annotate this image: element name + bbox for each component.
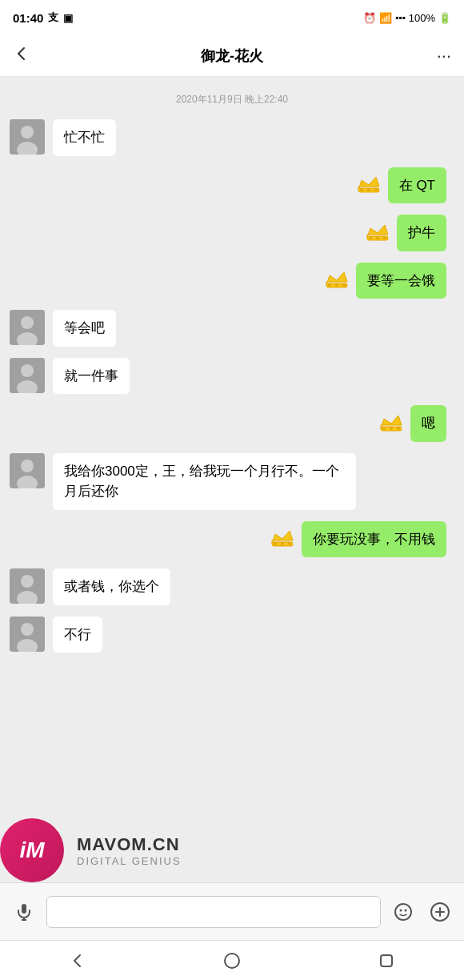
message-bubble: 我给你3000定，王，给我玩一个月行不。一个月后还你 — [53, 453, 356, 510]
battery-label: 100% — [409, 12, 435, 24]
svg-point-31 — [288, 542, 291, 545]
recent-nav-button[interactable] — [370, 945, 402, 977]
more-button[interactable]: ··· — [426, 46, 451, 66]
avatar — [10, 310, 45, 345]
svg-point-9 — [376, 236, 379, 239]
crown-icon — [354, 169, 383, 201]
svg-rect-38 — [22, 904, 26, 914]
message-row: 在 QT — [10, 167, 454, 204]
input-area — [0, 882, 464, 940]
svg-point-26 — [21, 460, 34, 472]
alipay-icon: 支 — [48, 10, 58, 25]
message-row: 你要玩没事，不用钱 — [10, 521, 454, 558]
message-row: 要等一会饿 — [10, 263, 454, 299]
svg-point-29 — [274, 542, 277, 545]
status-left: 01:40 支 ▣ — [13, 10, 73, 25]
top-nav: 御龙-花火 ··· — [0, 35, 464, 77]
message-bubble: 或者钱，你选个 — [53, 568, 170, 605]
message-row: 就一件事 — [10, 358, 454, 395]
svg-point-24 — [397, 427, 400, 430]
svg-point-13 — [335, 283, 338, 287]
add-button[interactable] — [426, 898, 454, 926]
message-bubble: 嗯 — [410, 405, 446, 442]
alarm-icon: ⏰ — [363, 12, 376, 24]
message-row: 嗯 — [10, 405, 454, 442]
crown-icon — [322, 264, 351, 296]
svg-point-6 — [374, 188, 378, 191]
voice-button[interactable] — [10, 898, 38, 926]
message-input[interactable] — [46, 896, 381, 928]
bubble-wrap: 就一件事 — [45, 358, 130, 395]
svg-point-42 — [400, 909, 402, 911]
avatar — [10, 119, 45, 155]
svg-point-33 — [21, 575, 34, 588]
back-button[interactable] — [13, 45, 38, 67]
bubble-wrap: 我给你3000定，王，给我玩一个月行不。一个月后还你 — [45, 453, 356, 510]
bubble-wrap: 你要玩没事，不用钱 — [268, 521, 454, 558]
svg-point-23 — [390, 427, 393, 430]
message-row: 忙不忙 — [10, 119, 454, 156]
message-bubble: 等会吧 — [53, 310, 116, 347]
svg-point-30 — [281, 542, 284, 545]
svg-point-4 — [360, 188, 363, 191]
avatar — [10, 358, 45, 393]
svg-rect-48 — [381, 955, 392, 966]
svg-point-5 — [367, 188, 370, 191]
svg-point-16 — [21, 316, 34, 329]
message-bubble: 护牛 — [397, 215, 446, 251]
svg-point-22 — [382, 427, 386, 430]
signal-icon: ▪▪▪ — [395, 12, 406, 23]
avatar — [10, 568, 45, 604]
bubble-wrap: 要等一会饿 — [322, 263, 454, 299]
recording-icon: ▣ — [63, 12, 73, 24]
chat-timestamp: 2020年11月9日 晚上22:40 — [10, 93, 454, 106]
status-time: 01:40 — [13, 11, 43, 25]
bubble-wrap: 不行 — [45, 617, 102, 653]
message-row: 或者钱，你选个 — [10, 568, 454, 605]
bubble-wrap: 在 QT — [354, 167, 454, 204]
crown-icon — [363, 217, 392, 249]
wifi-icon: 📶 — [379, 12, 392, 24]
bottom-nav-bar — [0, 940, 464, 980]
status-right: ⏰ 📶 ▪▪▪ 100% 🔋 — [363, 12, 451, 24]
message-bubble: 在 QT — [388, 167, 446, 204]
avatar — [10, 617, 45, 652]
svg-point-8 — [369, 236, 372, 239]
bubble-wrap: 忙不忙 — [45, 119, 116, 156]
bubble-wrap: 等会吧 — [45, 310, 116, 347]
crown-icon — [268, 523, 297, 555]
chat-area: 2020年11月9日 晚上22:40 忙不忙 在 QT — [0, 77, 464, 882]
svg-point-36 — [21, 623, 34, 636]
svg-point-19 — [21, 364, 34, 377]
message-bubble: 不行 — [53, 617, 102, 653]
battery-icon: 🔋 — [438, 12, 451, 24]
message-bubble: 要等一会饿 — [356, 263, 446, 299]
message-row: 我给你3000定，王，给我玩一个月行不。一个月后还你 — [10, 453, 454, 510]
status-bar: 01:40 支 ▣ ⏰ 📶 ▪▪▪ 100% 🔋 — [0, 0, 464, 35]
svg-point-1 — [21, 126, 34, 139]
message-row: 护牛 — [10, 215, 454, 251]
crown-icon — [377, 408, 406, 440]
emoji-button[interactable] — [389, 898, 418, 926]
message-bubble: 你要玩没事，不用钱 — [302, 521, 446, 558]
back-nav-button[interactable] — [62, 945, 94, 977]
svg-point-41 — [395, 904, 411, 920]
chat-title: 御龙-花火 — [38, 46, 426, 66]
message-bubble: 忙不忙 — [53, 119, 116, 156]
svg-point-47 — [225, 954, 239, 968]
bubble-wrap: 嗯 — [377, 405, 454, 442]
svg-point-43 — [405, 909, 407, 911]
svg-point-14 — [342, 283, 346, 287]
message-bubble: 就一件事 — [53, 358, 130, 395]
svg-point-12 — [328, 283, 331, 287]
bubble-wrap: 护牛 — [363, 215, 454, 251]
avatar — [10, 453, 45, 488]
message-row: 不行 — [10, 617, 454, 653]
bubble-wrap: 或者钱，你选个 — [45, 568, 170, 605]
svg-point-10 — [383, 236, 386, 239]
message-row: 等会吧 — [10, 310, 454, 347]
home-nav-button[interactable] — [216, 945, 248, 977]
